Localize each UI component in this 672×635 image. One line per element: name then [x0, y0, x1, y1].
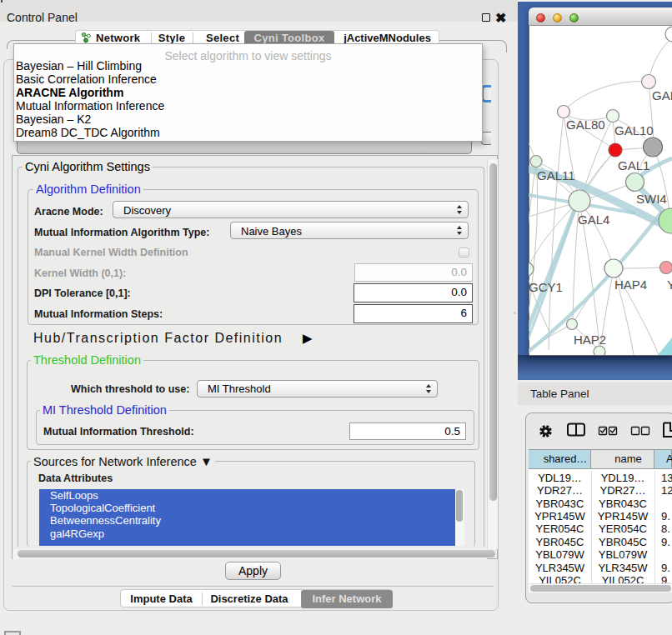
svg-text:GAL7: GAL7	[652, 88, 672, 102]
svg-text:HAP4: HAP4	[614, 278, 647, 292]
svg-text:GAL11: GAL11	[537, 168, 575, 182]
svg-text:GAL1: GAL1	[618, 158, 649, 172]
svg-text:GCY1: GCY1	[529, 280, 563, 294]
svg-text:GAL10: GAL10	[614, 123, 654, 138]
svg-text:GAL4: GAL4	[578, 212, 609, 227]
svg-text:Y: Y	[667, 278, 672, 292]
svg-text:SWI4: SWI4	[636, 192, 667, 206]
svg-text:GAL80: GAL80	[566, 118, 605, 132]
svg-text:HAP2: HAP2	[574, 332, 606, 347]
